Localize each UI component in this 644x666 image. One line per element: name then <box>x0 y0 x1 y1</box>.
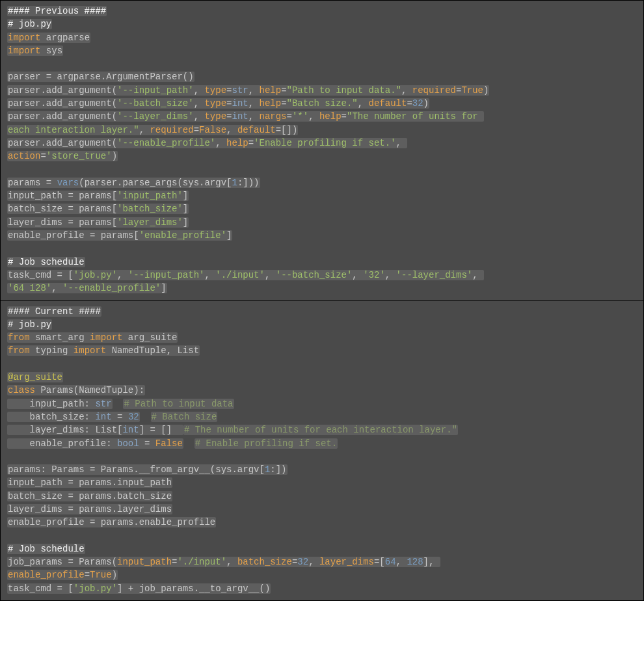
code-panel-current: #### Current #### # job.py from smart_ar… <box>0 301 644 602</box>
code-line: each interaction layer.", required=False… <box>7 124 637 137</box>
code-line: input_path = params['input_path'] <box>7 189 637 202</box>
code-line: enable_profile=True) <box>7 568 637 581</box>
code-line: layer_dims = params.layer_dims <box>7 503 637 516</box>
code-line: params: Params = Params.__from_argv__(sy… <box>7 463 637 476</box>
code-line: # job.py <box>7 318 637 331</box>
code-line: params = vars(parser.parse_args(sys.argv… <box>7 176 637 189</box>
code-line: # job.py <box>7 18 637 31</box>
code-line: batch_size = params.batch_size <box>7 490 637 503</box>
code-line: action='store_true') <box>7 150 637 163</box>
code-line: parser.add_argument('--enable_profile', … <box>7 137 637 150</box>
code-line: from smart_arg import arg_suite <box>7 331 637 344</box>
heading-current: #### Current #### <box>7 305 637 318</box>
code-line: parser.add_argument('--batch_size', type… <box>7 97 637 110</box>
code-line: # Job schedule <box>7 542 637 555</box>
code-line: input_path: str # Path to input data <box>7 397 637 410</box>
code-line: '64 128', '--enable_profile'] <box>7 282 637 295</box>
code-panel-previous: #### Previous #### # job.py import argpa… <box>0 0 644 301</box>
code-line: parser.add_argument('--input_path', type… <box>7 84 637 97</box>
code-line: enable_profile: bool = False # Enable pr… <box>7 437 637 450</box>
code-line: import sys <box>7 44 637 57</box>
code-line: layer_dims: List[int] = [] # The number … <box>7 423 637 436</box>
code-line: input_path = params.input_path <box>7 476 637 489</box>
code-line: import argparse <box>7 31 637 44</box>
code-line: job_params = Params(input_path='./input'… <box>7 555 637 568</box>
code-line: layer_dims = params['layer_dims'] <box>7 216 637 229</box>
code-line: batch_size = params['batch_size'] <box>7 202 637 215</box>
code-line: from typing import NamedTuple, List <box>7 344 637 357</box>
code-line: parser = argparse.ArgumentParser() <box>7 70 637 83</box>
code-line: parser.add_argument('--layer_dims', type… <box>7 110 637 123</box>
code-line: class Params(NamedTuple): <box>7 384 637 397</box>
code-line: batch_size: int = 32 # Batch size <box>7 410 637 423</box>
code-line: task_cmd = ['job.py', '--input_path', '.… <box>7 269 637 282</box>
code-line: enable_profile = params['enable_profile'… <box>7 229 637 242</box>
code-line: # Job schedule <box>7 256 637 269</box>
code-line: enable_profile = params.enable_profile <box>7 516 637 529</box>
heading-previous: #### Previous #### <box>7 5 637 18</box>
code-line: task_cmd = ['job.py'] + job_params.__to_… <box>7 582 637 595</box>
code-line: @arg_suite <box>7 371 637 384</box>
